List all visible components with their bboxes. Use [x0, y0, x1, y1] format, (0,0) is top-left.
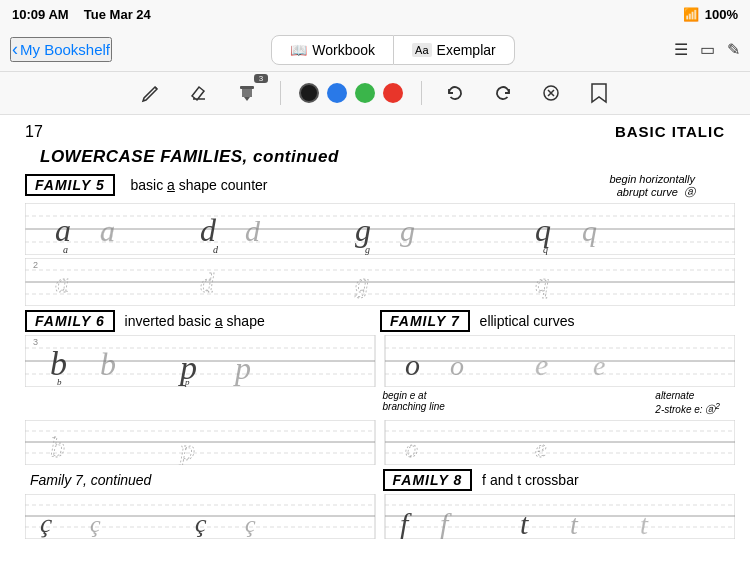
svg-text:3: 3	[33, 337, 38, 347]
pen-icon[interactable]: ✎	[727, 40, 740, 59]
clear-button[interactable]	[536, 78, 566, 108]
family67-writing-row1: 3 b b p p b p o o e e	[25, 335, 735, 387]
bookmark-icon[interactable]: ▭	[700, 40, 715, 59]
family67-annotations: begin e atbranching line alternate2-stro…	[25, 390, 725, 417]
svg-text:g: g	[400, 214, 415, 247]
alternate-annotation: alternate2-stroke e: ⓐ2	[655, 390, 720, 417]
back-label: My Bookshelf	[20, 41, 110, 58]
family5-header: FAMILY 5 basic a shape counter	[25, 174, 268, 196]
svg-text:f: f	[400, 507, 412, 539]
svg-text:d: d	[213, 244, 219, 255]
svg-text:ç: ç	[245, 511, 256, 537]
family5-label: FAMILY 5	[25, 174, 115, 196]
back-button[interactable]: ‹ My Bookshelf	[10, 37, 112, 62]
svg-text:f: f	[440, 507, 452, 539]
battery-text: 100%	[705, 7, 738, 22]
nav-right-icons: ☰ ▭ ✎	[674, 40, 740, 59]
svg-text:b: b	[50, 430, 65, 463]
svg-text:o: o	[405, 348, 420, 381]
navigation-bar: ‹ My Bookshelf 📖 Workbook Aa Exemplar ☰ …	[0, 28, 750, 72]
color-red[interactable]	[383, 83, 403, 103]
svg-text:o: o	[450, 350, 464, 381]
svg-text:q: q	[535, 267, 549, 298]
svg-text:q: q	[535, 212, 551, 248]
eraser-tool-button[interactable]	[184, 78, 214, 108]
tab-exemplar[interactable]: Aa Exemplar	[394, 35, 515, 65]
section-title: LOWERCASE FAMILIES, continued	[40, 147, 725, 167]
color-picker	[299, 83, 403, 103]
family6-desc: inverted basic a shape	[121, 313, 265, 329]
toolbar-divider	[280, 81, 281, 105]
page-number: 17	[25, 123, 43, 141]
family6-label: FAMILY 6	[25, 310, 115, 332]
svg-text:t: t	[570, 509, 579, 539]
family7-label: FAMILY 7	[380, 310, 470, 332]
undo-button[interactable]	[440, 78, 470, 108]
page-header: 17 BASIC ITALIC	[25, 115, 725, 143]
drawing-toolbar: 3	[0, 72, 750, 115]
wifi-icon: 📶	[683, 7, 699, 22]
status-bar: 10:09 AM Tue Mar 24 📶 100%	[0, 0, 750, 28]
family5-writing-row1: a a d d g g q q a d g q	[25, 203, 735, 255]
svg-text:g: g	[355, 267, 369, 298]
svg-rect-0	[240, 86, 254, 89]
page-section: BASIC ITALIC	[615, 123, 725, 140]
nav-left: ‹ My Bookshelf	[10, 37, 112, 62]
color-green[interactable]	[355, 83, 375, 103]
svg-text:b: b	[100, 346, 116, 382]
svg-text:g: g	[355, 212, 371, 248]
family78-writing-row1: ç ç ç ç f f t t t	[25, 494, 735, 539]
color-black[interactable]	[299, 83, 319, 103]
page-content: 17 BASIC ITALIC LOWERCASE FAMILIES, cont…	[0, 115, 750, 562]
svg-text:a: a	[63, 244, 68, 255]
toolbar-divider-2	[421, 81, 422, 105]
svg-text:p: p	[178, 433, 195, 465]
bookmark-tool-button[interactable]	[584, 78, 614, 108]
book-icon: 📖	[290, 42, 307, 58]
svg-text:t: t	[520, 507, 529, 539]
tab-workbook[interactable]: 📖 Workbook	[271, 35, 394, 65]
exemplar-icon: Aa	[412, 43, 431, 57]
pen-badge: 3	[254, 74, 268, 83]
svg-text:e: e	[535, 434, 547, 463]
pen-tool-button[interactable]: 3	[232, 78, 262, 108]
menu-icon[interactable]: ☰	[674, 40, 688, 59]
family7-desc: elliptical curves	[476, 313, 575, 329]
svg-text:a: a	[55, 212, 71, 248]
svg-rect-46	[25, 420, 375, 465]
svg-text:d: d	[245, 214, 261, 247]
svg-text:p: p	[184, 377, 190, 387]
svg-text:b: b	[57, 377, 62, 387]
svg-text:ç: ç	[90, 511, 101, 537]
svg-text:t: t	[640, 509, 649, 539]
svg-text:d: d	[200, 212, 217, 248]
status-right: 📶 100%	[683, 7, 738, 22]
status-time: 10:09 AM	[12, 7, 69, 22]
status-left: 10:09 AM Tue Mar 24	[12, 7, 151, 22]
svg-text:e: e	[593, 350, 605, 381]
svg-text:ç: ç	[39, 509, 54, 538]
svg-rect-52	[385, 420, 735, 465]
svg-text:d: d	[200, 267, 215, 298]
family7-continued-label: Family 7, continued	[30, 472, 151, 488]
redo-button[interactable]	[488, 78, 518, 108]
begin-e-annotation: begin e atbranching line	[383, 390, 445, 417]
tab-exemplar-label: Exemplar	[437, 42, 496, 58]
nav-tabs: 📖 Workbook Aa Exemplar	[271, 35, 514, 65]
svg-text:o: o	[405, 434, 418, 463]
tab-workbook-label: Workbook	[312, 42, 375, 58]
svg-text:a: a	[100, 214, 115, 247]
chevron-left-icon: ‹	[12, 39, 18, 60]
svg-text:2: 2	[33, 260, 38, 270]
family67-headers: FAMILY 6 inverted basic a shape FAMILY 7…	[25, 310, 725, 332]
pencil-tool-button[interactable]	[136, 78, 166, 108]
family5-desc: basic a shape counter	[123, 177, 268, 193]
svg-text:a: a	[55, 267, 69, 298]
family8-desc: f and t crossbar	[478, 472, 578, 488]
family78-headers: Family 7, continued FAMILY 8 f and t cro…	[25, 469, 725, 491]
color-blue[interactable]	[327, 83, 347, 103]
family5-writing-row2: 2 a d g q	[25, 258, 735, 306]
family8-label: FAMILY 8	[383, 469, 473, 491]
practice-page: 17 BASIC ITALIC LOWERCASE FAMILIES, cont…	[20, 115, 730, 539]
status-day: Tue Mar 24	[84, 7, 151, 22]
